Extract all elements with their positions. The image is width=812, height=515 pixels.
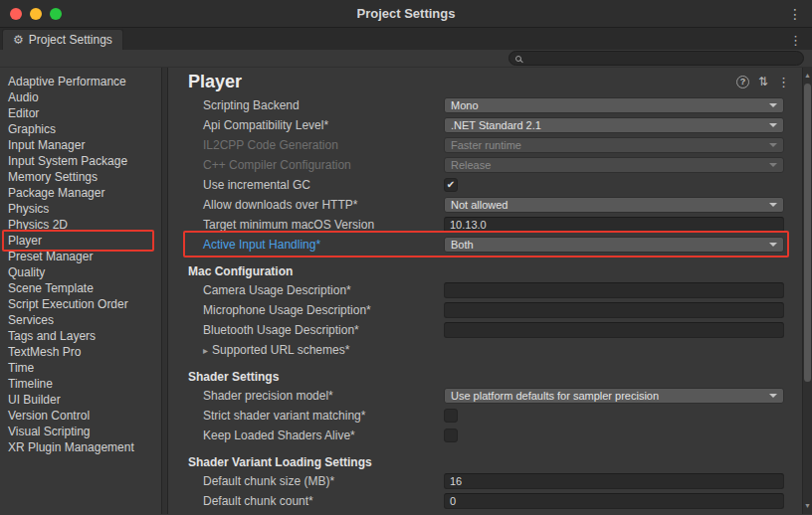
sidebar-item-graphics[interactable]: Graphics <box>0 121 161 137</box>
keep-loaded-shaders-alive-checkbox[interactable] <box>444 429 458 442</box>
sidebar-item-version-control[interactable]: Version Control <box>0 408 161 424</box>
project-settings-window: Project Settings ⋮ ⚙ Project Settings ⋮ … <box>0 0 812 515</box>
sidebar-item-input-manager[interactable]: Input Manager <box>0 137 161 153</box>
scroll-down-icon[interactable]: ▼ <box>803 502 812 509</box>
dropdown-value: Mono <box>451 99 765 111</box>
section-header-shader-settings: Shader Settings <box>168 360 802 386</box>
setting-label: Target minimum macOS Version <box>168 218 444 232</box>
setting-label[interactable]: ▸Supported URL schemes* <box>168 343 444 357</box>
titlebar: Project Settings ⋮ <box>0 0 812 28</box>
tab-area-kebab-menu-icon[interactable]: ⋮ <box>789 34 802 47</box>
sidebar-item-input-system-package[interactable]: Input System Package <box>0 153 161 169</box>
sidebar-item-services[interactable]: Services <box>0 312 161 328</box>
search-icon <box>515 56 521 62</box>
target-minimum-macos-version-field[interactable] <box>444 217 784 233</box>
setting-row-override: Override <box>168 511 802 514</box>
default-chunk-count-field[interactable] <box>444 493 784 509</box>
scripting-backend-dropdown[interactable]: Mono <box>444 97 784 113</box>
setting-label: Keep Loaded Shaders Alive* <box>168 429 444 442</box>
content-area: Adaptive PerformanceAudioEditorGraphicsI… <box>0 68 812 514</box>
sidebar-item-audio[interactable]: Audio <box>0 89 161 105</box>
sidebar-item-memory-settings[interactable]: Memory Settings <box>0 169 161 185</box>
strict-shader-variant-matching-checkbox[interactable] <box>444 409 458 423</box>
sidebar-splitter[interactable] <box>161 68 168 514</box>
sidebar-item-timeline[interactable]: Timeline <box>0 376 161 392</box>
camera-usage-description-field[interactable] <box>444 282 784 298</box>
sidebar-item-textmesh-pro[interactable]: TextMesh Pro <box>0 344 161 360</box>
sidebar-item-script-execution-order[interactable]: Script Execution Order <box>0 296 161 312</box>
titlebar-kebab-menu-icon[interactable]: ⋮ <box>788 7 802 21</box>
dropdown-value: Faster runtime <box>451 139 765 151</box>
api-compatibility-level-dropdown[interactable]: .NET Standard 2.1 <box>444 117 784 133</box>
section-title: Shader Variant Loading Settings <box>168 455 372 469</box>
setting-row-active-input-handling: Active Input Handling*Both <box>168 235 802 255</box>
dropdown-arrow-icon <box>769 103 777 107</box>
sidebar-item-xr-plugin-management[interactable]: XR Plugin Management <box>0 439 161 455</box>
sidebar-item-physics[interactable]: Physics <box>0 201 161 217</box>
search-input[interactable] <box>525 52 803 65</box>
section-header-mac-configuration: Mac Configuration <box>168 255 802 280</box>
sidebar-item-visual-scripting[interactable]: Visual Scripting <box>0 424 161 439</box>
dropdown-arrow-icon <box>769 143 777 147</box>
use-incremental-gc-checkbox[interactable]: ✔ <box>444 178 458 192</box>
page-title: Player <box>188 72 242 92</box>
setting-label: Allow downloads over HTTP* <box>168 198 444 212</box>
sidebar-item-preset-manager[interactable]: Preset Manager <box>0 249 161 264</box>
scrollbar-thumb[interactable] <box>804 84 811 382</box>
sidebar-item-tags-and-layers[interactable]: Tags and Layers <box>0 328 161 344</box>
setting-row-il2cpp-code-generation: IL2CPP Code GenerationFaster runtime <box>168 135 802 155</box>
tab-bar: ⚙ Project Settings ⋮ <box>0 28 812 50</box>
panel-header: Player ? ⇅ ⋮ <box>168 68 802 95</box>
setting-label: Microphone Usage Description* <box>168 303 444 317</box>
setting-row-microphone-usage-description: Microphone Usage Description* <box>168 300 802 320</box>
tab-label: Project Settings <box>29 33 112 47</box>
section-title: Mac Configuration <box>168 264 293 278</box>
panel-kebab-menu-icon[interactable]: ⋮ <box>777 76 790 88</box>
sidebar-item-adaptive-performance[interactable]: Adaptive Performance <box>0 74 161 89</box>
vertical-scrollbar[interactable]: ▲ ▼ <box>802 68 812 514</box>
sidebar-item-time[interactable]: Time <box>0 360 161 376</box>
foldout-arrow-icon[interactable]: ▸ <box>203 345 208 356</box>
shader-precision-model-dropdown[interactable]: Use platform defaults for sampler precis… <box>444 388 784 404</box>
microphone-usage-description-field[interactable] <box>444 302 784 318</box>
sidebar-item-package-manager[interactable]: Package Manager <box>0 185 161 201</box>
setting-row-target-minimum-macos-version: Target minimum macOS Version <box>168 215 802 235</box>
settings-category-sidebar: Adaptive PerformanceAudioEditorGraphicsI… <box>0 68 161 514</box>
toolbar <box>0 50 812 68</box>
setting-label: Camera Usage Description* <box>168 283 444 297</box>
help-icon[interactable]: ? <box>736 76 749 88</box>
allow-downloads-over-http-dropdown[interactable]: Not allowed <box>444 197 784 213</box>
setting-row-supported-url-schemes: ▸Supported URL schemes* <box>168 340 802 360</box>
dropdown-value: Use platform defaults for sampler precis… <box>451 390 765 402</box>
sidebar-item-ui-builder[interactable]: UI Builder <box>0 392 161 408</box>
section-title: Shader Settings <box>168 370 279 384</box>
traffic-lights <box>10 8 62 20</box>
sidebar-item-physics-2d[interactable]: Physics 2D <box>0 217 161 233</box>
bluetooth-usage-description-field[interactable] <box>444 322 784 338</box>
setting-row-strict-shader-variant-matching: Strict shader variant matching* <box>168 406 802 426</box>
setting-label: Scripting Backend <box>168 98 444 112</box>
search-box[interactable] <box>508 51 804 66</box>
sidebar-item-player[interactable]: Player <box>0 233 161 249</box>
sidebar-item-editor[interactable]: Editor <box>0 105 161 121</box>
sidebar-item-quality[interactable]: Quality <box>0 264 161 280</box>
close-window-button[interactable] <box>10 8 22 20</box>
setting-label: Default chunk count* <box>168 494 444 508</box>
section-header-shader-variant-loading-settings: Shader Variant Loading Settings <box>168 445 802 471</box>
setting-label: Api Compatibility Level* <box>168 118 444 132</box>
presets-icon[interactable]: ⇅ <box>758 76 768 87</box>
zoom-window-button[interactable] <box>50 8 62 20</box>
sidebar-item-scene-template[interactable]: Scene Template <box>0 280 161 296</box>
setting-row-shader-precision-model: Shader precision model*Use platform defa… <box>168 386 802 406</box>
setting-label: Shader precision model* <box>168 389 444 403</box>
setting-label: C++ Compiler Configuration <box>168 158 444 172</box>
il2cpp-code-generation-dropdown: Faster runtime <box>444 137 784 153</box>
setting-row-keep-loaded-shaders-alive: Keep Loaded Shaders Alive* <box>168 426 802 445</box>
scroll-up-icon[interactable]: ▲ <box>803 72 812 79</box>
dropdown-value: Release <box>451 159 765 171</box>
default-chunk-size-mb-field[interactable] <box>444 473 784 489</box>
minimize-window-button[interactable] <box>30 8 42 20</box>
tab-project-settings[interactable]: ⚙ Project Settings <box>2 29 123 50</box>
active-input-handling-dropdown[interactable]: Both <box>444 237 784 253</box>
window-title: Project Settings <box>0 6 812 21</box>
